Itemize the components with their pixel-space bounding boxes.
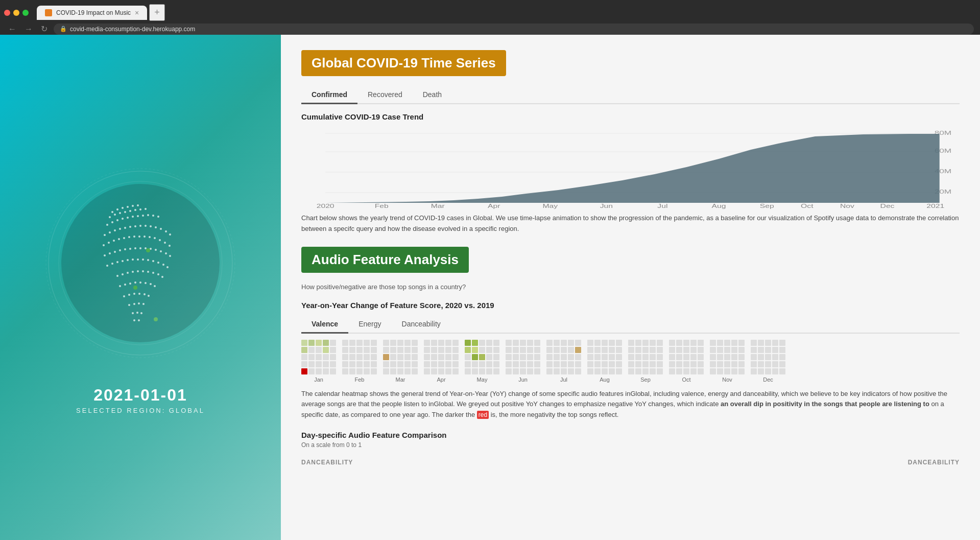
feature-tab-danceability[interactable]: Danceability bbox=[392, 316, 451, 334]
svg-point-78 bbox=[147, 259, 149, 261]
heatmap-label-nov: Nov bbox=[722, 377, 732, 383]
svg-point-115 bbox=[138, 319, 140, 321]
svg-point-69 bbox=[169, 255, 171, 257]
svg-point-117 bbox=[133, 286, 137, 290]
svg-point-52 bbox=[154, 237, 156, 239]
heatmap-label-oct: Oct bbox=[682, 377, 690, 383]
active-tab[interactable]: COVID-19 Impact on Music × bbox=[37, 6, 147, 20]
svg-point-9 bbox=[109, 216, 111, 218]
svg-point-82 bbox=[166, 266, 169, 268]
calendar-description: The calendar heatmap shows the general t… bbox=[301, 389, 960, 420]
svg-point-18 bbox=[111, 221, 113, 223]
minimize-button[interactable] bbox=[13, 10, 19, 16]
svg-point-108 bbox=[133, 303, 135, 305]
svg-point-86 bbox=[132, 271, 134, 273]
svg-point-23 bbox=[137, 215, 139, 217]
url-bar[interactable]: 🔒 covid-media-consumption-dev.herokuapp.… bbox=[54, 24, 974, 35]
svg-point-76 bbox=[137, 259, 139, 261]
reload-button[interactable]: ↻ bbox=[39, 23, 50, 35]
svg-point-37 bbox=[150, 225, 152, 227]
svg-point-88 bbox=[142, 270, 144, 272]
tab-confirmed[interactable]: Confirmed bbox=[301, 86, 357, 104]
svg-text:Jul: Jul bbox=[657, 203, 667, 209]
svg-point-54 bbox=[164, 242, 166, 244]
feature-tab-energy[interactable]: Energy bbox=[348, 316, 391, 334]
svg-point-42 bbox=[103, 244, 105, 246]
svg-text:Apr: Apr bbox=[488, 203, 500, 209]
svg-point-48 bbox=[133, 236, 135, 238]
svg-point-49 bbox=[138, 236, 140, 238]
svg-text:Nov: Nov bbox=[840, 203, 854, 209]
heatmap-may: May bbox=[465, 340, 499, 383]
svg-text:Dec: Dec bbox=[880, 203, 895, 209]
svg-point-50 bbox=[144, 236, 146, 238]
svg-point-106 bbox=[148, 295, 150, 297]
svg-point-3 bbox=[111, 211, 113, 213]
left-panel: 2021-01-01 SELECTED REGION: GLOBAL bbox=[0, 35, 281, 540]
heatmap-jul: Jul bbox=[546, 340, 581, 383]
svg-point-58 bbox=[114, 251, 116, 253]
right-panel[interactable]: Global COVID-19 Time Series Confirmed Re… bbox=[281, 35, 980, 540]
covid-section-header: Global COVID-19 Time Series bbox=[301, 50, 506, 76]
svg-point-74 bbox=[127, 259, 129, 261]
svg-point-96 bbox=[134, 281, 136, 284]
svg-point-100 bbox=[154, 285, 156, 287]
forward-button[interactable]: → bbox=[22, 24, 35, 35]
svg-point-8 bbox=[137, 204, 139, 206]
svg-point-33 bbox=[129, 226, 131, 228]
heatmap-sep: Sep bbox=[628, 340, 663, 383]
maximize-button[interactable] bbox=[22, 10, 29, 16]
tab-recovered[interactable]: Recovered bbox=[357, 86, 413, 104]
svg-point-14 bbox=[134, 209, 136, 211]
new-tab-button[interactable]: + bbox=[149, 4, 165, 21]
svg-point-91 bbox=[157, 273, 159, 275]
traffic-lights bbox=[4, 10, 29, 16]
svg-point-6 bbox=[127, 206, 129, 208]
svg-point-17 bbox=[106, 224, 108, 226]
svg-point-59 bbox=[119, 249, 121, 251]
back-button[interactable]: ← bbox=[6, 24, 18, 35]
svg-point-111 bbox=[132, 312, 134, 314]
close-button[interactable] bbox=[4, 10, 10, 16]
svg-point-2 bbox=[61, 184, 220, 342]
svg-point-10 bbox=[114, 214, 116, 216]
svg-point-68 bbox=[165, 252, 167, 254]
globe-visualization bbox=[38, 161, 243, 365]
svg-point-72 bbox=[116, 261, 118, 263]
svg-point-22 bbox=[132, 216, 134, 218]
svg-point-73 bbox=[122, 260, 124, 262]
danceability-row: DANCEABILITY DANCEABILITY bbox=[301, 455, 960, 466]
svg-point-102 bbox=[128, 294, 130, 296]
heatmap-jun: Jun bbox=[506, 340, 540, 383]
svg-point-99 bbox=[150, 283, 152, 285]
svg-point-112 bbox=[136, 312, 138, 314]
svg-point-70 bbox=[106, 265, 108, 267]
svg-point-15 bbox=[139, 208, 141, 210]
svg-point-62 bbox=[134, 247, 136, 249]
svg-point-67 bbox=[160, 250, 162, 252]
svg-point-79 bbox=[152, 260, 154, 262]
svg-point-19 bbox=[116, 219, 118, 221]
svg-point-89 bbox=[147, 271, 149, 273]
heatmap-label-apr: Apr bbox=[437, 377, 445, 383]
feature-tab-valence[interactable]: Valence bbox=[301, 316, 348, 334]
svg-point-27 bbox=[157, 216, 159, 218]
svg-point-110 bbox=[142, 303, 145, 305]
svg-point-77 bbox=[142, 259, 144, 261]
svg-point-55 bbox=[169, 245, 171, 247]
svg-text:May: May bbox=[542, 203, 558, 209]
svg-text:Oct: Oct bbox=[801, 203, 814, 209]
tab-favicon bbox=[45, 9, 52, 16]
svg-text:Aug: Aug bbox=[711, 203, 726, 209]
tab-close-icon[interactable]: × bbox=[135, 9, 139, 17]
svg-point-35 bbox=[139, 225, 141, 227]
tab-death[interactable]: Death bbox=[413, 86, 452, 104]
heatmap-label-jun: Jun bbox=[518, 377, 528, 383]
tab-title: COVID-19 Impact on Music bbox=[56, 9, 131, 16]
covid-chart-title: Cumulative COVID-19 Case Trend bbox=[301, 112, 960, 121]
heatmap-label-aug: Aug bbox=[600, 377, 610, 383]
svg-point-113 bbox=[140, 312, 142, 314]
svg-point-25 bbox=[147, 214, 149, 216]
svg-point-7 bbox=[132, 205, 134, 207]
svg-point-71 bbox=[111, 263, 113, 265]
